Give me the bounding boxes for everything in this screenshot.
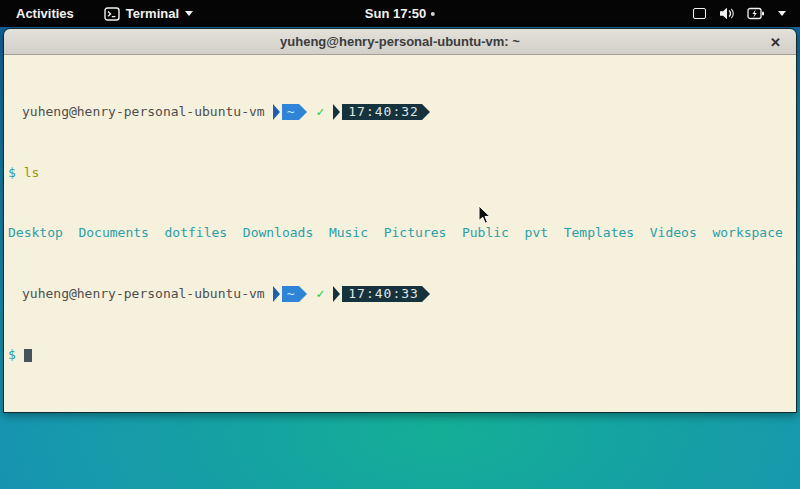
powerline-tip-icon bbox=[299, 104, 307, 120]
command-line: $ ls bbox=[8, 165, 796, 180]
input-line[interactable]: $ bbox=[8, 347, 796, 362]
status-check-icon: ✓ bbox=[316, 286, 324, 301]
mouse-pointer-icon bbox=[478, 205, 492, 229]
prompt-time: 17:40:33 bbox=[342, 286, 422, 302]
terminal-window: yuheng@henry-personal-ubuntu-vm: ~ ✕ yuh… bbox=[3, 28, 797, 413]
prompt-path: ~ bbox=[282, 104, 300, 120]
powerline-wedge-icon bbox=[273, 286, 280, 302]
volume-icon bbox=[719, 7, 734, 20]
command-text: ls bbox=[24, 165, 40, 180]
time-badge-wedge-icon bbox=[333, 286, 340, 302]
time-badge-wedge-icon bbox=[333, 104, 340, 120]
window-titlebar[interactable]: yuheng@henry-personal-ubuntu-vm: ~ ✕ bbox=[4, 29, 796, 55]
time-badge-tip-icon bbox=[422, 286, 430, 302]
terminal-content[interactable]: yuheng@henry-personal-ubuntu-vm ~ ✓ 17:4… bbox=[4, 55, 796, 412]
system-status-area[interactable] bbox=[689, 5, 790, 22]
prompt-time: 17:40:32 bbox=[342, 104, 422, 120]
prompt-user: yuheng@henry-personal-ubuntu-vm bbox=[22, 104, 265, 119]
powerline-tip-icon bbox=[299, 286, 307, 302]
status-check-icon: ✓ bbox=[316, 104, 324, 119]
clock[interactable]: Sun 17:50 bbox=[365, 6, 435, 21]
app-menu-terminal[interactable]: Terminal bbox=[100, 4, 197, 23]
battery-charging-icon bbox=[747, 7, 765, 20]
prompt-dollar: $ bbox=[8, 165, 16, 180]
activities-button[interactable]: Activities bbox=[10, 4, 80, 23]
close-icon[interactable]: ✕ bbox=[770, 35, 781, 48]
top-bar: Activities Terminal Sun 17:50 bbox=[0, 0, 800, 27]
powerline-wedge-icon bbox=[273, 104, 280, 120]
prompt-user: yuheng@henry-personal-ubuntu-vm bbox=[22, 286, 265, 301]
window-title: yuheng@henry-personal-ubuntu-vm: ~ bbox=[280, 34, 520, 49]
prompt-path: ~ bbox=[282, 286, 300, 302]
ls-output: Desktop Documents dotfiles Downloads Mus… bbox=[8, 225, 796, 240]
prompt-line: yuheng@henry-personal-ubuntu-vm ~ ✓ 17:4… bbox=[8, 285, 796, 302]
notification-dot-icon bbox=[431, 12, 435, 16]
chevron-down-icon bbox=[185, 11, 193, 16]
app-menu-label: Terminal bbox=[126, 6, 179, 21]
screencast-icon bbox=[693, 8, 706, 19]
clock-label: Sun 17:50 bbox=[365, 6, 426, 21]
prompt-line: yuheng@henry-personal-ubuntu-vm ~ ✓ 17:4… bbox=[8, 103, 796, 120]
text-cursor bbox=[24, 349, 32, 362]
prompt-dollar: $ bbox=[8, 347, 16, 362]
chevron-down-icon bbox=[778, 11, 786, 16]
time-badge-tip-icon bbox=[422, 104, 430, 120]
terminal-icon bbox=[104, 7, 120, 21]
